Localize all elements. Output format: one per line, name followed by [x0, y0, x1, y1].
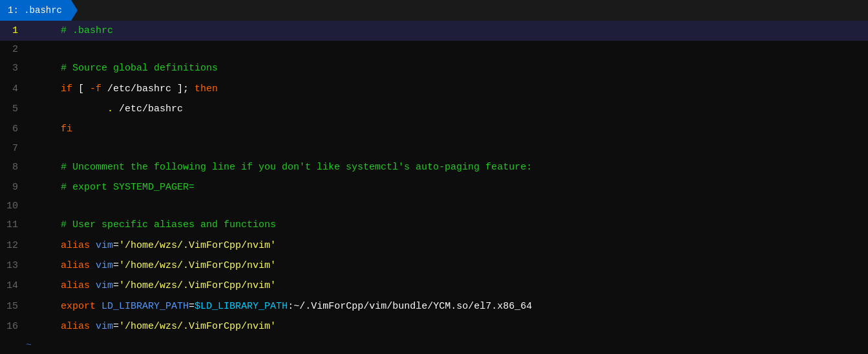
line-number-6: 6 [0, 120, 23, 138]
line-number-14: 14 [0, 277, 23, 294]
tilde-char: ~ [23, 337, 32, 354]
line-number-8: 8 [0, 159, 23, 176]
line-number-5: 5 [0, 100, 23, 118]
line-number-10: 10 [0, 197, 23, 215]
editor-area: 1 # .bashrc 2 3 # Source global definiti… [0, 21, 868, 354]
line-number-15: 15 [0, 298, 23, 315]
line-number-16: 16 [0, 318, 23, 335]
line-number-4: 4 [0, 80, 23, 98]
line-number-3: 3 [0, 60, 23, 77]
tilde-line: ~ [0, 337, 868, 354]
tab-bar: 1: .bashrc [0, 0, 868, 21]
line-number-12: 12 [0, 237, 23, 254]
line-9: 9 # export SYSTEMD_PAGER= [0, 177, 868, 197]
line-number-7: 7 [0, 140, 23, 157]
line-number-1: 1 [0, 22, 23, 39]
line-number-9: 9 [0, 179, 23, 196]
line-1: 1 # .bashrc [0, 21, 868, 41]
line-number-13: 13 [0, 257, 23, 274]
tab-active[interactable]: 1: .bashrc [0, 0, 78, 21]
line-6: 6 fi [0, 119, 868, 139]
tab-label: 1: .bashrc [8, 5, 62, 16]
line-16: 16 alias vim='/home/wzs/.VimForCpp/nvim' [0, 316, 868, 337]
line-number-11: 11 [0, 216, 23, 234]
line-number-2: 2 [0, 41, 23, 58]
line-5: 5 . /etc/bashrc [0, 99, 868, 119]
